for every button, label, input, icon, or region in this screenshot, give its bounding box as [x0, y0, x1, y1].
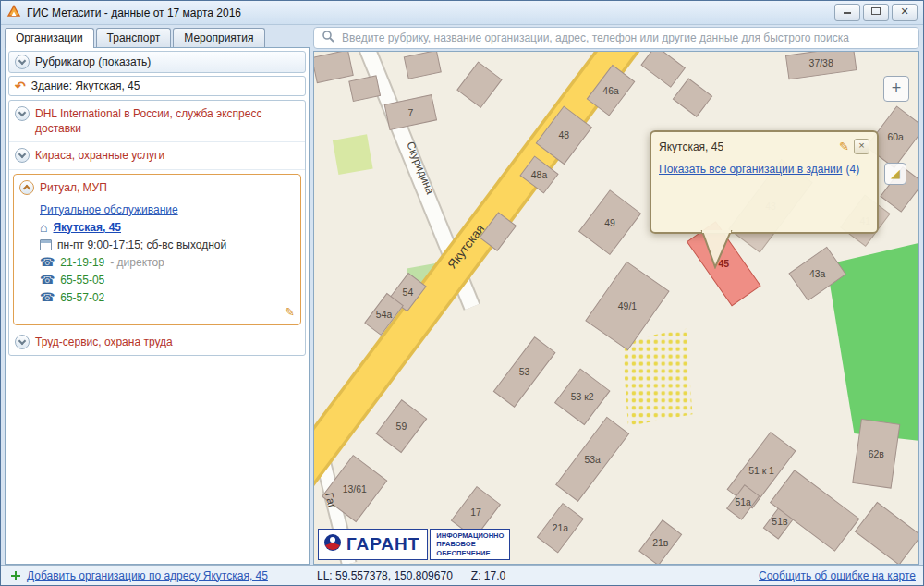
org-name: Ритуал, МУП	[40, 180, 107, 195]
phone-icon: ☎	[40, 257, 55, 268]
org-name: Кираса, охранные услуги	[35, 148, 164, 163]
garant-logo: ГАРАНТ ИНФОРМАЦИОННО ПРАВОВОЕ ОБЕСПЕЧЕНИ…	[318, 529, 510, 560]
schedule-text: пн-пт 9:00-17:15; сб-вс выходной	[57, 238, 226, 251]
map-building-label: 21а	[553, 523, 569, 533]
search-icon	[322, 30, 334, 46]
zoom-in-button[interactable]: +	[883, 76, 909, 102]
org-item-ritual[interactable]: Ритуал, МУП	[19, 178, 295, 199]
report-error-link[interactable]: Сообщить об ошибке на карте	[759, 569, 916, 582]
building-header-label: Здание: Якутская, 45	[31, 79, 140, 92]
garant-caption-line: ПРАВОВОЕ	[436, 540, 504, 548]
maximize-button[interactable]	[863, 4, 889, 21]
map-canvas[interactable]: 737/3846а4848а4960а43414543а49/15454а595…	[313, 51, 919, 565]
map-building-label: 48	[559, 130, 570, 140]
edit-icon[interactable]: ✎	[839, 140, 849, 153]
tab-organizations[interactable]: Организации	[5, 28, 94, 48]
search-bar	[313, 27, 919, 49]
org-item-dhl[interactable]: DHL International в России, служба экспр…	[9, 101, 305, 142]
tab-strip: Организации Транспорт Мероприятия	[5, 27, 310, 47]
phone-icon: ☎	[40, 292, 55, 303]
map-building-label: 43а	[809, 269, 826, 279]
chevron-down-icon[interactable]	[15, 335, 30, 349]
map-building-label: 51а	[735, 497, 751, 507]
garant-brand: ГАРАНТ	[346, 534, 419, 555]
org-item-trud[interactable]: Труд-сервис, охрана труда	[9, 329, 305, 355]
map-building-label: 59	[396, 421, 407, 432]
map-park	[333, 134, 373, 175]
popup-title: Якутская, 45	[659, 140, 723, 153]
add-organization-link[interactable]: Добавить организацию по адресу Якутская,…	[27, 569, 268, 582]
category-link[interactable]: Ритуальное обслуживание	[40, 203, 178, 216]
map-building-label: 7	[407, 108, 413, 118]
calendar-icon	[40, 239, 52, 250]
close-icon[interactable]: ×	[854, 139, 869, 154]
org-item-kirasa[interactable]: Кираса, охранные услуги	[9, 142, 305, 169]
map-building-label: 60а	[887, 132, 904, 142]
map-building-label: 54	[403, 287, 414, 298]
add-organization[interactable]: Добавить организацию по адресу Якутская,…	[1, 569, 310, 582]
phone-note: - директор	[110, 256, 164, 269]
tab-events[interactable]: Мероприятия	[173, 28, 264, 47]
rubricator-label: Рубрикатор (показать)	[35, 55, 151, 68]
phone-icon: ☎	[40, 275, 55, 286]
map-building-label: 51в	[772, 517, 788, 527]
map-building[interactable]: 62в	[853, 420, 900, 489]
map-building-label: 37/38	[809, 58, 833, 68]
organization-list: DHL International в России, служба экспр…	[8, 100, 306, 356]
coordinates-readout: LL: 59.557378, 150.809670	[317, 569, 453, 582]
window-title: ГИС Метасити - данные от 17 марта 2016	[27, 6, 241, 19]
map-building-label: 53	[519, 367, 530, 377]
garant-caption-line: ОБЕСПЕЧЕНИЕ	[436, 549, 504, 557]
minimize-button[interactable]	[834, 4, 860, 21]
map-building-label: 48а	[531, 170, 548, 180]
zoom-readout: Z: 17.0	[471, 569, 505, 582]
map-building-label: 17	[470, 507, 481, 518]
map-building-label: 46а	[602, 86, 619, 96]
back-icon[interactable]: ↶	[15, 80, 26, 92]
phone-number: 21-19-19	[60, 256, 104, 269]
map-building-label: 54а	[376, 310, 393, 320]
close-button[interactable]: ✕	[892, 4, 918, 21]
edit-icon[interactable]: ✎	[285, 305, 295, 319]
map-building-label: 62в	[869, 449, 885, 459]
status-bar: Добавить организацию по адресу Якутская,…	[1, 565, 923, 585]
phone-number: 65-55-05	[60, 274, 104, 287]
org-name: Труд-сервис, охрана труда	[35, 335, 173, 349]
titlebar: ГИС Метасити - данные от 17 марта 2016 ✕	[1, 1, 923, 25]
map-building-label: 13/61	[343, 484, 367, 494]
garant-ball-icon	[322, 532, 343, 556]
sidebar: Организации Транспорт Мероприятия Рубрик…	[5, 27, 310, 565]
home-icon: ⌂	[40, 222, 47, 233]
popup-show-all-link[interactable]: Показать все организации в здании	[659, 163, 843, 176]
phone-number: 65-57-02	[60, 291, 104, 304]
measure-tool-button[interactable]: ◢	[884, 163, 906, 185]
map-popup: Якутская, 45 ✎ × Показать все организаци…	[650, 130, 879, 234]
chevron-up-icon[interactable]	[19, 180, 34, 195]
popup-org-count: (4)	[846, 163, 860, 176]
popup-pointer	[699, 230, 736, 269]
chevron-down-icon	[15, 55, 30, 69]
map-building-label: 49	[604, 218, 615, 228]
minimize-icon	[844, 12, 851, 14]
map-building-label: 49/1	[618, 301, 637, 311]
org-card-ritual: Ритуал, МУП Ритуальное обслуживание ⌂ Як…	[13, 174, 301, 325]
chevron-down-icon[interactable]	[15, 106, 30, 121]
building-header: ↶ Здание: Якутская, 45	[8, 76, 306, 96]
garant-caption-line: ИНФОРМАЦИОННО	[436, 531, 504, 540]
address-link[interactable]: Якутская, 45	[53, 221, 121, 234]
maximize-icon	[871, 7, 881, 15]
map-building-label: 53а	[584, 455, 601, 465]
garant-caption: ИНФОРМАЦИОННО ПРАВОВОЕ ОБЕСПЕЧЕНИЕ	[430, 529, 510, 560]
tab-transport[interactable]: Транспорт	[96, 28, 172, 47]
org-name: DHL International в России, служба экспр…	[35, 106, 298, 136]
map-building-label: 51 к 1	[748, 466, 774, 476]
sidebar-panel: Рубрикатор (показать) ↶ Здание: Якутская…	[5, 47, 310, 565]
search-input[interactable]	[340, 31, 911, 45]
add-icon	[10, 570, 21, 581]
chevron-down-icon[interactable]	[15, 148, 30, 163]
app-logo-icon	[6, 4, 21, 22]
map-building-label: 21в	[652, 538, 669, 548]
rubricator-toggle[interactable]: Рубрикатор (показать)	[8, 51, 306, 73]
map-svg: 737/3846а4848а4960а43414543а49/15454а595…	[314, 52, 918, 564]
map-building-label: 53 к2	[571, 392, 594, 402]
